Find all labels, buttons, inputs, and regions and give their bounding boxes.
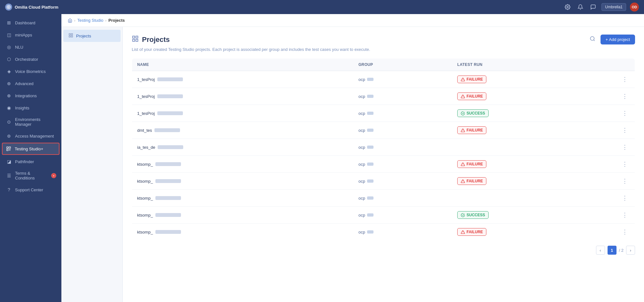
group-text: ocp xyxy=(358,162,365,167)
main-content: Projects + Add project List of your crea… xyxy=(123,27,644,302)
project-name-cell: ktsomp_ xyxy=(137,162,348,167)
bell-icon xyxy=(577,4,583,10)
sidebar-label-dashboard: Dashboard xyxy=(15,20,56,25)
add-project-button[interactable]: + Add project xyxy=(601,35,635,44)
sidebar-item-insights[interactable]: ◉ Insights xyxy=(0,102,61,114)
project-name-cell: ia_tes_de xyxy=(137,145,348,150)
sidebar-label-insights: Insights xyxy=(15,106,56,110)
project-name-text: ia_tes_de xyxy=(137,145,155,150)
bell-icon-btn[interactable] xyxy=(576,3,585,12)
projects-table: Name Group Latest run 1_tesProj ocp FAIL… xyxy=(132,58,635,241)
svg-rect-4 xyxy=(9,147,11,148)
check-icon xyxy=(461,213,465,217)
advanced-icon: ⊛ xyxy=(6,81,12,86)
sidebar-item-integrations[interactable]: ⊕ Integrations xyxy=(0,90,61,102)
sidebar-item-terms[interactable]: ☰ Terms & Conditions • xyxy=(0,168,61,184)
sidebar-item-nlu[interactable]: ◎ NLU xyxy=(0,41,61,53)
project-name-text: ktsomp_ xyxy=(137,196,153,201)
cell-actions: ⋮ xyxy=(615,190,635,207)
breadcrumb-parent[interactable]: Testing Studio xyxy=(77,18,104,23)
svg-point-2 xyxy=(567,6,569,8)
sidebar-item-testing-studio[interactable]: Testing Studio+ xyxy=(2,143,59,155)
settings-icon xyxy=(565,4,570,10)
cell-status: SUCCESS xyxy=(452,105,615,122)
sidebar-label-nlu: NLU xyxy=(15,45,56,50)
environments-icon: ⊙ xyxy=(6,119,12,125)
group-cell-content: ocp xyxy=(358,179,447,184)
pagination-current[interactable]: 1 xyxy=(608,246,617,255)
sidebar-label-testing-studio: Testing Studio+ xyxy=(15,147,56,151)
more-actions-button[interactable]: ⋮ xyxy=(620,177,630,185)
warning-icon xyxy=(461,162,465,166)
project-name-text: 1_tesProj xyxy=(137,94,155,99)
col-name: Name xyxy=(132,59,353,71)
insights-icon: ◉ xyxy=(6,105,12,111)
project-name-cell: 1_tesProj xyxy=(137,111,348,116)
app-logo-icon xyxy=(5,4,12,11)
cell-group: ocp xyxy=(353,156,452,173)
cell-status xyxy=(452,190,615,207)
project-name-text: ktsomp_ xyxy=(137,230,153,234)
warning-icon xyxy=(461,230,465,234)
more-actions-button[interactable]: ⋮ xyxy=(620,160,630,168)
pagination-next[interactable]: › xyxy=(626,246,635,255)
more-actions-button[interactable]: ⋮ xyxy=(620,143,630,151)
sidebar-label-voice-biometrics: Voice Biometrics xyxy=(15,69,56,74)
sidebar-item-access-management[interactable]: ⊚ Access Management xyxy=(0,130,61,142)
group-cell-content: ocp xyxy=(358,111,447,116)
page-header: Projects + Add project xyxy=(132,35,635,44)
cell-name: ktsomp_ xyxy=(132,156,353,173)
pagination-prev[interactable]: ‹ xyxy=(596,246,605,255)
more-actions-button[interactable]: ⋮ xyxy=(620,194,630,202)
sidebar-item-orchestrator[interactable]: ⬡ Orchestrator xyxy=(0,53,61,65)
sidebar-item-pathfinder[interactable]: ◪ Pathfinder xyxy=(0,155,61,168)
group-cell-content: ocp xyxy=(358,77,447,82)
col-actions xyxy=(615,59,635,71)
group-cell-content: ocp xyxy=(358,162,447,167)
breadcrumb-sep-1: › xyxy=(74,19,75,22)
status-badge-failure: FAILURE xyxy=(457,177,486,185)
sidebar-item-support[interactable]: ? Support Center xyxy=(0,184,61,196)
cell-status: SUCCESS xyxy=(452,207,615,224)
svg-rect-5 xyxy=(7,149,8,151)
group-blur xyxy=(367,230,373,234)
sidebar-label-pathfinder: Pathfinder xyxy=(15,159,56,164)
more-actions-button[interactable]: ⋮ xyxy=(620,92,630,100)
cell-group: ocp xyxy=(353,122,452,139)
cell-actions: ⋮ xyxy=(615,105,635,122)
sidebar-item-dashboard[interactable]: ⊞ Dashboard xyxy=(0,17,61,29)
chat-icon xyxy=(590,4,596,10)
pagination-separator: / 2 xyxy=(619,248,624,253)
more-actions-button[interactable]: ⋮ xyxy=(620,126,630,134)
more-actions-button[interactable]: ⋮ xyxy=(620,228,630,236)
group-blur xyxy=(367,95,373,98)
user-avatar[interactable]: OD xyxy=(630,3,639,12)
table-row: dmt_tes ocp FAILURE ⋮ xyxy=(132,122,635,139)
group-cell-content: ocp xyxy=(358,94,447,99)
table-row: ia_tes_de ocp ⋮ xyxy=(132,139,635,156)
more-actions-button[interactable]: ⋮ xyxy=(620,109,630,117)
project-name-cell: ktsomp_ xyxy=(137,230,348,234)
more-actions-button[interactable]: ⋮ xyxy=(620,211,630,219)
sidebar-item-advanced[interactable]: ⊛ Advanced xyxy=(0,77,61,90)
search-button[interactable] xyxy=(588,35,597,44)
cell-name: ktsomp_ xyxy=(132,173,353,190)
sidebar-item-miniapps[interactable]: ◫ miniApps xyxy=(0,29,61,41)
sub-sidebar-projects[interactable]: Projects xyxy=(63,30,121,42)
app-name: Omilia Cloud Platform xyxy=(15,5,59,10)
cell-actions: ⋮ xyxy=(615,122,635,139)
project-name-blur xyxy=(155,213,181,217)
workspace-selector[interactable]: Umbrella1 xyxy=(601,3,626,11)
more-actions-button[interactable]: ⋮ xyxy=(620,75,630,83)
cell-name: dmt_tes xyxy=(132,122,353,139)
sidebar-item-voice-biometrics[interactable]: ◈ Voice Biometrics xyxy=(0,65,61,77)
chat-icon-btn[interactable] xyxy=(589,3,598,12)
group-blur xyxy=(367,179,373,183)
projects-icon xyxy=(68,33,74,39)
table-header: Name Group Latest run xyxy=(132,59,635,71)
svg-rect-7 xyxy=(71,34,73,35)
settings-icon-btn[interactable] xyxy=(563,3,572,12)
sidebar-item-environments-manager[interactable]: ⊙ Environments Manager xyxy=(0,114,61,130)
breadcrumb-home[interactable] xyxy=(68,18,72,23)
group-cell-content: ocp xyxy=(358,213,447,218)
